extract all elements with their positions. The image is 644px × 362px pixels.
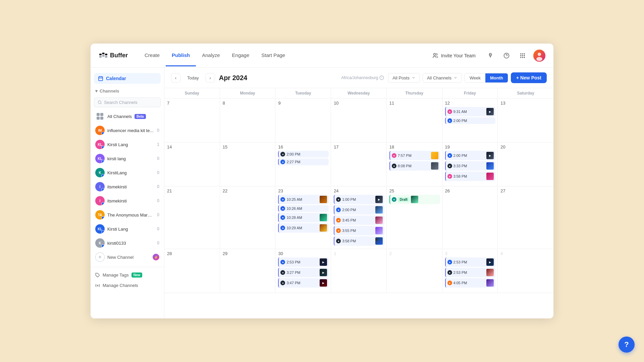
new-post-button[interactable]: + New Post [511,72,547,83]
calendar-cell[interactable]: 30 ● 2:53 PM ▶ ● 3:27 PM ▶ ● 3:47 PM ▶ [275,249,331,293]
search-channels-input[interactable]: Search Channels [94,98,161,107]
calendar-cell[interactable]: 25 ● Draft [387,186,442,249]
calendar-cell[interactable]: 7 [164,99,220,142]
post-item[interactable]: ● 2:00 PM [334,205,384,215]
post-time: 2:00 PM [453,154,485,158]
channel-item[interactable]: KL Kirsti Lang 1 [91,137,164,152]
calendar-cell[interactable]: 11 [387,99,442,142]
manage-channels-item[interactable]: Manage Channels [91,280,164,291]
calendar-cell[interactable]: 18 ● 7:57 PM ● 8:08 PM [387,142,442,186]
calendar-cell[interactable]: 1 [331,249,387,293]
week-view-button[interactable]: Week [465,73,485,82]
post-item[interactable]: ● 2:53 PM ▶ [445,257,496,267]
filter-channels-button[interactable]: All Channels [423,73,462,83]
post-item[interactable]: ● 1:00 PM ▶ [334,195,384,204]
calendar-nav-item[interactable]: Calendar [94,73,161,84]
channel-badge-dot [101,202,105,205]
post-item[interactable]: ● 3:55 PM [334,226,384,235]
post-icon: ● [280,270,285,275]
calendar-cell[interactable]: 17 [331,142,387,186]
post-item[interactable]: ● 3:58 PM [445,172,496,181]
post-item[interactable]: ● 3:33 PM [445,161,496,171]
nav-engage[interactable]: Engage [226,45,256,66]
svg-rect-11 [524,53,525,54]
calendar-cell[interactable]: 19 ● 2:00 PM ▶ ● 3:33 PM ● 3:58 PM [442,142,498,186]
calendar-cell[interactable]: 13 [498,99,553,142]
prev-arrow[interactable]: ‹ [171,73,180,82]
calendar-cell[interactable]: 15 [220,142,276,186]
calendar-cell[interactable]: 20 [498,142,553,186]
nav-publish[interactable]: Publish [166,45,196,66]
calendar-cell[interactable]: 21 [164,186,220,249]
channel-item[interactable]: K kirsti0133 0 [91,236,164,250]
calendar-cell[interactable]: 16 ● 2:00 PM ● 2:27 PM [275,142,331,186]
post-item[interactable]: ● 10:25 AM [278,195,329,204]
all-channels-item[interactable]: All Channels Beta [91,109,164,123]
help-icon[interactable] [501,50,512,61]
svg-rect-15 [520,57,521,58]
channel-item[interactable]: K KirstiLang 0 [91,166,164,180]
channel-item[interactable]: KL kirsti lang 0 [91,152,164,166]
post-item[interactable]: ● 9:31 AM ▶ [445,107,496,116]
calendar-cell[interactable]: 28 [164,249,220,293]
help-fab-button[interactable]: ? [619,337,635,353]
channel-count: 0 [157,170,159,175]
calendar-cell[interactable]: 29 [220,249,276,293]
calendar-cell[interactable]: 26 [442,186,498,249]
post-item[interactable]: ● 8:08 PM [389,161,440,171]
post-item[interactable]: ● 2:27 PM [278,159,329,165]
calendar-cell[interactable]: 14 [164,142,220,186]
post-item[interactable]: ● 2:00 PM ▶ [445,151,496,160]
filter-posts-button[interactable]: All Posts [388,73,420,83]
apps-icon[interactable] [517,50,528,61]
post-item[interactable]: ● 10:28 AM [278,213,329,222]
new-channel-button[interactable]: + New Channel ⚡ [91,250,164,264]
post-item[interactable]: ● 3:27 PM ▶ [278,268,329,277]
post-item[interactable]: ● 2:00 PM [445,117,496,124]
user-avatar[interactable] [533,50,545,62]
filter-group: All Posts All Channels Week Month + New … [388,72,547,83]
month-view-button[interactable]: Month [485,73,508,82]
calendar-cell[interactable]: 4 [498,249,553,293]
post-item[interactable]: ● 2:53 PM ▶ [278,257,329,267]
nav-create[interactable]: Create [139,45,166,66]
calendar-cell[interactable]: 12 ● 9:31 AM ▶ ● 2:00 PM [442,99,498,142]
channel-item[interactable]: I itsmekirsti 0 [91,180,164,194]
calendar-cell[interactable]: 27 [498,186,553,249]
post-item[interactable]: ● 3:58 PM ▶ [334,236,384,246]
channels-section-header[interactable]: ▾ Channels [91,86,164,96]
channel-item[interactable]: I itsmekirsti 0 [91,194,164,208]
calendar-cell[interactable]: 23 ● 10:25 AM ● 10:26 AM ● 10:28 AM ● 10… [275,186,331,249]
manage-tags-item[interactable]: Manage Tags New [91,270,164,280]
flask-icon[interactable] [485,50,496,61]
calendar-cell[interactable]: 2 [387,249,442,293]
post-item[interactable]: ● 3:47 PM ▶ [278,278,329,288]
post-item[interactable]: ● 2:00 PM [278,151,329,158]
post-item[interactable]: ● 4:05 PM [445,278,496,288]
post-item[interactable]: ● 10:29 AM [278,223,329,233]
calendar-cell[interactable]: 9 [275,99,331,142]
day-number: 3 [445,251,496,256]
next-arrow[interactable]: › [206,73,215,82]
calendar-cell[interactable]: 10 [331,99,387,142]
invite-team-button[interactable]: Invite Your Team [428,51,480,61]
calendar-cell[interactable]: 22 [220,186,276,249]
channel-avatar: K [95,238,105,248]
post-time: 10:28 AM [286,216,318,220]
calendar-cell[interactable]: 8 [220,99,276,142]
channel-item[interactable]: TA The Anonymous Marke... 0 [91,208,164,222]
post-item[interactable]: ● 3:45 PM [334,216,384,225]
calendar-cell[interactable]: 24 ● 1:00 PM ▶ ● 2:00 PM ● 3:45 PM ● 3:5… [331,186,387,249]
nav-analyze[interactable]: Analyze [196,45,226,66]
channel-item[interactable]: IM influencer media kit te... 0 [91,123,164,137]
post-item[interactable]: ● 2:53 PM [445,268,496,277]
day-number: 16 [278,144,329,149]
today-button[interactable]: Today [184,74,202,82]
post-item[interactable]: ● Draft [389,195,440,204]
nav-start-page[interactable]: Start Page [255,45,291,66]
channel-item[interactable]: KL Kirsti Lang 0 [91,222,164,236]
calendar-cell[interactable]: 3 ● 2:53 PM ▶ ● 2:53 PM ● 4:05 PM [442,249,498,293]
logo[interactable]: Buffer [99,51,128,60]
post-item[interactable]: ● 7:57 PM [389,151,440,160]
post-item[interactable]: ● 10:26 AM [278,205,329,212]
